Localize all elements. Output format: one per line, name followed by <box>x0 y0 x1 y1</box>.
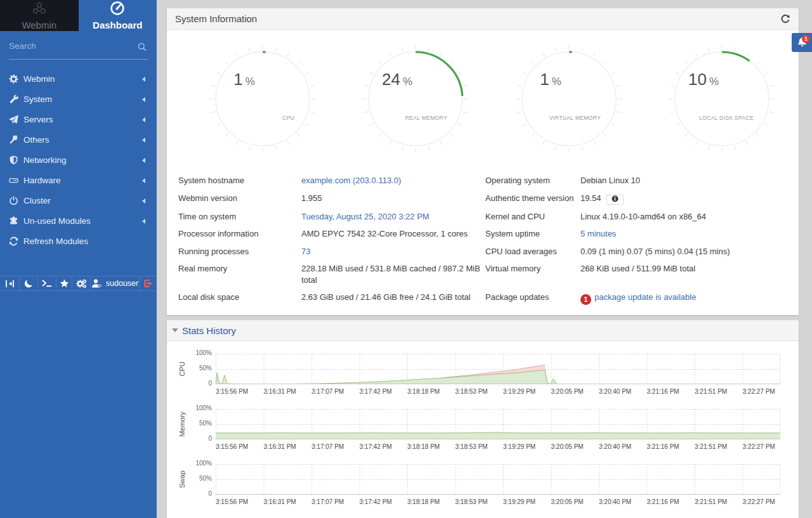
theme-settings-button[interactable] <box>72 276 91 290</box>
info-value: 19.54 <box>580 190 789 208</box>
terminal-button[interactable] <box>38 276 56 290</box>
shield-icon <box>9 155 18 165</box>
sidebar-tabs: Webmin Dashboard <box>0 0 157 31</box>
user-button[interactable]: sudouser <box>91 276 140 290</box>
info-label: Processor information <box>178 225 301 243</box>
info-value-link[interactable]: package update is available <box>594 292 696 302</box>
svg-text:LOCAL DISK SPACE: LOCAL DISK SPACE <box>699 115 754 121</box>
sidebar-item-others[interactable]: Others <box>0 129 157 150</box>
chart-plot-area <box>216 354 780 387</box>
sidebar-item-label: System <box>23 94 52 104</box>
info-label: CPU load averages <box>485 243 580 261</box>
collapse-icon <box>5 280 15 288</box>
collapse-sidebar-button[interactable] <box>0 276 20 290</box>
search-icon[interactable] <box>138 42 147 54</box>
chart-xlabel: 3:17:07 PM <box>311 498 344 505</box>
sidebar-item-label: Webmin <box>23 74 55 84</box>
tab-dashboard-label: Dashboard <box>93 20 142 30</box>
sidebar-item-label: Un-used Modules <box>23 216 91 226</box>
info-value: 5 minutes <box>580 225 789 243</box>
info-value: Debian Linux 10 <box>580 172 789 190</box>
caret-left-icon <box>142 198 145 204</box>
chart-xlabel: 3:15:56 PM <box>216 388 248 395</box>
tab-dashboard[interactable]: Dashboard <box>79 0 157 31</box>
caret-left-icon <box>142 219 145 224</box>
main-content: System Information 1%CPU24%REAL MEMORY1%… <box>157 0 812 518</box>
info-value: example.com (203.0.113.0) <box>301 172 485 190</box>
sidebar-item-label: Refresh Modules <box>23 236 88 246</box>
chart-cpu: CPU100%50%03:15:56 PM3:16:31 PM3:17:07 P… <box>167 341 799 396</box>
chart-ytick: 100% <box>180 349 212 356</box>
sidebar-search <box>9 39 148 60</box>
paper-plane-icon <box>9 115 18 124</box>
chart-xlabel: 3:21:16 PM <box>647 443 679 450</box>
svg-text:VIRTUAL MEMORY: VIRTUAL MEMORY <box>549 115 601 121</box>
gauges-row: 1%CPU24%REAL MEMORY1%VIRTUAL MEMORY10%LO… <box>186 45 799 153</box>
caret-left-icon <box>142 138 145 143</box>
info-value: 73 <box>301 243 485 261</box>
info-value-link[interactable]: Tuesday, August 25, 2020 3:22 PM <box>301 212 429 221</box>
refresh-icon <box>9 236 18 246</box>
sidebar-item-servers[interactable]: Servers <box>0 109 157 129</box>
chart-ytick: 50% <box>180 475 212 482</box>
sidebar-item-hardware[interactable]: Hardware <box>0 170 157 190</box>
sidebar-item-system[interactable]: System <box>0 89 157 109</box>
caret-left-icon <box>142 77 145 82</box>
info-value: 228.18 MiB used / 531.8 MiB cached / 987… <box>301 260 485 288</box>
info-value: Tuesday, August 25, 2020 3:22 PM <box>301 208 485 226</box>
username-label: sudouser <box>106 279 138 288</box>
chart-xlabel: 3:22:27 PM <box>743 498 775 505</box>
star-icon <box>60 279 69 288</box>
stats-history-header: Stats History <box>167 320 799 341</box>
search-input[interactable] <box>9 39 148 60</box>
sidebar-item-un-used-modules[interactable]: Un-used Modules <box>0 210 157 231</box>
chart-ytick: 100% <box>180 405 212 411</box>
chart-xlabel: 3:17:42 PM <box>360 443 392 450</box>
info-value-link[interactable]: 5 minutes <box>580 229 616 238</box>
gears-icon <box>76 279 87 288</box>
chart-xlabel: 3:17:42 PM <box>360 388 392 395</box>
stats-history-title: Stats History <box>182 325 236 336</box>
sidebar-item-networking[interactable]: Networking <box>0 150 157 170</box>
info-label: Authentic theme version <box>485 190 580 208</box>
chart-plot-area <box>216 409 780 442</box>
sidebar-item-label: Networking <box>23 155 67 165</box>
favorites-button[interactable] <box>56 276 72 290</box>
puzzle-icon <box>9 216 18 226</box>
tab-webmin[interactable]: Webmin <box>0 0 79 31</box>
chart-xlabel: 3:20:05 PM <box>551 388 584 395</box>
info-label: Local disk space <box>178 288 301 308</box>
notifications-button[interactable]: 1 <box>792 33 812 52</box>
night-mode-button[interactable] <box>20 276 38 290</box>
system-information-header: System Information <box>167 8 799 30</box>
info-label: Running processes <box>178 243 301 261</box>
chart-xlabel: 3:16:31 PM <box>264 443 296 450</box>
theme-info-button[interactable] <box>606 195 624 205</box>
refresh-icon[interactable] <box>780 14 790 27</box>
sidebar-item-webmin[interactable]: Webmin <box>0 68 157 89</box>
info-value: Linux 4.19.0-10-amd64 on x86_64 <box>580 208 789 226</box>
sidebar-item-refresh-modules[interactable]: Refresh Modules <box>0 231 157 251</box>
chart-xlabel: 3:17:07 PM <box>311 388 344 395</box>
info-value-link[interactable]: example.com (203.0.113.0) <box>301 176 401 185</box>
chart-xlabel: 3:15:56 PM <box>216 498 248 505</box>
chart-xlabel: 3:21:51 PM <box>695 498 727 505</box>
info-value: AMD EPYC 7542 32-Core Processor, 1 cores <box>301 225 485 243</box>
info-label: Kernel and CPU <box>485 208 580 226</box>
collapse-caret-icon[interactable] <box>172 328 178 332</box>
gauge-real-memory: 24%REAL MEMORY <box>339 45 493 153</box>
chart-ytick: 50% <box>180 365 212 372</box>
info-value: 268 KiB used / 511.99 MiB total <box>580 260 789 288</box>
stats-charts: CPU100%50%03:15:56 PM3:16:31 PM3:17:07 P… <box>167 341 799 507</box>
logout-button[interactable] <box>140 276 157 290</box>
caret-left-icon <box>142 117 145 122</box>
power-icon <box>9 196 18 205</box>
chart-xlabel: 3:17:07 PM <box>311 443 344 450</box>
wrench-icon <box>9 94 18 104</box>
sidebar-item-cluster[interactable]: Cluster <box>0 190 157 210</box>
gavel-icon <box>9 135 18 145</box>
info-value: 2.63 GiB used / 21.46 GiB free / 24.1 Gi… <box>301 288 485 308</box>
info-value-link[interactable]: 73 <box>301 247 310 256</box>
gauge-virtual-memory: 1%VIRTUAL MEMORY <box>492 45 646 153</box>
sidebar-item-label: Cluster <box>23 196 51 205</box>
